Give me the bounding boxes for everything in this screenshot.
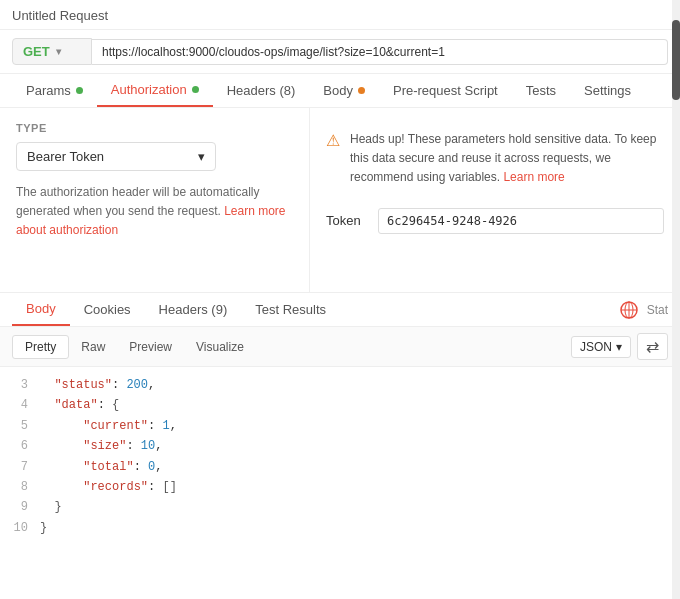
line-numbers: 3 4 5 6 7 8 9 10 [0,375,40,538]
app-container: Untitled Request GET ▾ Params Authorizat… [0,0,680,599]
line-num-10: 10 [12,518,28,538]
body-dot [358,87,365,94]
resp-tab-headers-label: Headers (9) [159,302,228,317]
auth-left-panel: TYPE Bearer Token ▾ The authorization he… [0,108,310,292]
resp-tab-body[interactable]: Body [12,293,70,326]
tab-headers[interactable]: Headers (8) [213,75,310,106]
code-line-4: "data": { [40,395,680,415]
code-content: "status": 200, "data": { "current": 1, "… [40,375,680,538]
scrollbar-thumb[interactable] [672,20,680,100]
alert-icon: ⚠ [326,131,340,188]
alert-link-text: Learn more [503,170,564,184]
type-chevron-icon: ▾ [198,149,205,164]
tab-body[interactable]: Body [309,75,379,106]
tab-tests[interactable]: Tests [512,75,570,106]
tab-authorization-label: Authorization [111,82,187,97]
code-line-3: "status": 200, [40,375,680,395]
format-label: JSON [580,340,612,354]
status-label: Stat [647,303,668,317]
resp-tab-cookies[interactable]: Cookies [70,294,145,325]
line-num-3: 3 [12,375,28,395]
tab-headers-label: Headers (8) [227,83,296,98]
authorization-dot [192,86,199,93]
type-value: Bearer Token [27,149,104,164]
alert-box: ⚠ Heads up! These parameters hold sensit… [326,122,664,196]
code-line-6: "size": 10, [40,436,680,456]
title-bar: Untitled Request [0,0,680,30]
resp-tab-cookies-label: Cookies [84,302,131,317]
tab-body-label: Body [323,83,353,98]
code-line-7: "total": 0, [40,457,680,477]
tab-settings-label: Settings [584,83,631,98]
auth-description: The authorization header will be automat… [16,183,293,241]
url-input[interactable] [92,39,668,65]
code-area: 3 4 5 6 7 8 9 10 "status": 200, "data": … [0,367,680,546]
code-tab-pretty-label: Pretty [25,340,56,354]
code-tab-pretty[interactable]: Pretty [12,335,69,359]
format-chevron-icon: ▾ [616,340,622,354]
tab-settings[interactable]: Settings [570,75,645,106]
token-input[interactable] [378,208,664,234]
type-select[interactable]: Bearer Token ▾ [16,142,216,171]
token-row: Token [326,208,664,234]
resp-tab-body-label: Body [26,301,56,316]
auth-desc-text: The authorization header will be automat… [16,185,259,218]
tab-pre-request-label: Pre-request Script [393,83,498,98]
resp-tab-test-label: Test Results [255,302,326,317]
auth-section: TYPE Bearer Token ▾ The authorization he… [0,108,680,293]
code-tab-raw-label: Raw [81,340,105,354]
tab-tests-label: Tests [526,83,556,98]
code-tab-preview[interactable]: Preview [117,336,184,358]
code-tab-visualize-label: Visualize [196,340,244,354]
code-tab-visualize[interactable]: Visualize [184,336,256,358]
code-line-9: } [40,497,680,517]
method-chevron-icon: ▾ [56,46,61,57]
tab-params-label: Params [26,83,71,98]
tab-authorization[interactable]: Authorization [97,74,213,107]
response-tabs-bar: Body Cookies Headers (9) Test Results St… [0,293,680,327]
format-select[interactable]: JSON ▾ [571,336,631,358]
code-line-8: "records": [] [40,477,680,497]
params-dot [76,87,83,94]
code-tab-raw[interactable]: Raw [69,336,117,358]
line-num-8: 8 [12,477,28,497]
resp-tab-headers[interactable]: Headers (9) [145,294,242,325]
tab-params[interactable]: Params [12,75,97,106]
globe-icon [619,300,639,320]
line-num-7: 7 [12,457,28,477]
line-num-6: 6 [12,436,28,456]
code-line-10: } [40,518,680,538]
url-bar: GET ▾ [0,30,680,74]
learn-more-alert-link[interactable]: Learn more [503,170,564,184]
line-num-4: 4 [12,395,28,415]
alert-text: Heads up! These parameters hold sensitiv… [350,130,664,188]
code-line-5: "current": 1, [40,416,680,436]
code-toolbar: Pretty Raw Preview Visualize JSON ▾ ⇄ [0,327,680,367]
tab-pre-request-script[interactable]: Pre-request Script [379,75,512,106]
wrap-button[interactable]: ⇄ [637,333,668,360]
type-label: TYPE [16,122,293,134]
request-tabs-bar: Params Authorization Headers (8) Body Pr… [0,74,680,108]
resp-tab-right-area: Stat [619,300,668,320]
resp-tab-test-results[interactable]: Test Results [241,294,340,325]
token-label: Token [326,213,366,228]
line-num-9: 9 [12,497,28,517]
auth-right-panel: ⚠ Heads up! These parameters hold sensit… [310,108,680,292]
line-num-5: 5 [12,416,28,436]
code-tab-preview-label: Preview [129,340,172,354]
scrollbar-track[interactable] [672,0,680,599]
page-title: Untitled Request [12,8,108,23]
method-select[interactable]: GET ▾ [12,38,92,65]
method-label: GET [23,44,50,59]
